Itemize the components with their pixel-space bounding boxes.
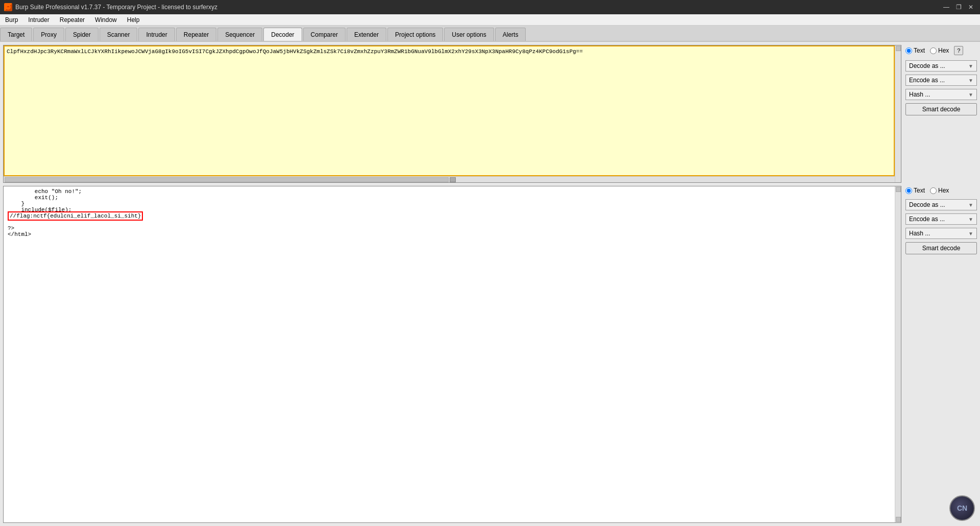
bottom-text-panel: echo "Oh no!"; exit(); } include($file);…: [3, 186, 901, 523]
top-scrollbar-v[interactable]: [895, 45, 901, 182]
bottom-hash-arrow: ▼: [968, 231, 973, 236]
top-encoded-textarea[interactable]: ClpfHxzdHJpc3RyKCRmaWxlLCJkYXRhIikpewoJC…: [4, 45, 895, 176]
main-content: ClpfHxzdHJpc3RyKCRmaWxlLCJkYXRhIikpewoJC…: [0, 42, 980, 526]
tab-intruder[interactable]: Intruder: [138, 28, 175, 41]
title-bar: Burp Suite Professional v1.7.37 - Tempor…: [0, 0, 980, 14]
menu-burp[interactable]: Burp: [0, 14, 23, 25]
tab-target[interactable]: Target: [0, 28, 32, 41]
top-decode-as-arrow: ▼: [968, 63, 973, 69]
top-encode-as-arrow: ▼: [968, 78, 973, 83]
tab-comparer[interactable]: Comparer: [303, 28, 346, 41]
top-hash-label: Hash ...: [909, 91, 930, 98]
top-hash-arrow: ▼: [968, 92, 973, 98]
bottom-encode-as-arrow: ▼: [968, 217, 973, 222]
top-decode-as-label: Decode as ...: [909, 62, 945, 69]
top-radio-text[interactable]: Text: [905, 47, 925, 54]
menu-repeater[interactable]: Repeater: [55, 14, 90, 25]
tab-spider[interactable]: Spider: [65, 28, 99, 41]
avatar[interactable]: CN: [949, 495, 975, 521]
top-help-button[interactable]: ?: [954, 46, 963, 55]
bottom-radio-text[interactable]: Text: [905, 187, 925, 194]
tab-repeater[interactable]: Repeater: [176, 28, 216, 41]
menu-intruder[interactable]: Intruder: [23, 14, 54, 25]
top-decode-panel: ClpfHxzdHJpc3RyKCRmaWxlLCJkYXRhIikpewoJC…: [3, 45, 977, 183]
bottom-controls-panel: Text Hex Decode as ... ▼ Encode as ... ▼…: [905, 186, 977, 523]
menu-window[interactable]: Window: [90, 14, 122, 25]
avatar-text: CN: [957, 504, 967, 512]
top-radio-hex[interactable]: Hex: [930, 47, 949, 54]
bottom-radio-group: Text Hex: [905, 187, 977, 194]
top-radio-group: Text Hex ?: [905, 46, 977, 55]
menu-help[interactable]: Help: [122, 14, 145, 25]
menu-bar: Burp Intruder Repeater Window Help: [0, 14, 980, 26]
bottom-decode-as-button[interactable]: Decode as ... ▼: [905, 199, 977, 210]
burp-icon: [4, 3, 12, 11]
top-controls-panel: Text Hex ? Decode as ... ▼ Encode as ...…: [905, 45, 977, 183]
top-scrollbar-h[interactable]: [4, 176, 895, 182]
top-smart-decode-button[interactable]: Smart decode: [905, 103, 977, 115]
top-text-panel: ClpfHxzdHJpc3RyKCRmaWxlLCJkYXRhIikpewoJC…: [3, 45, 901, 183]
bottom-code-textarea[interactable]: echo "Oh no!"; exit(); } include($file);…: [4, 186, 895, 522]
bottom-hash-label: Hash ...: [909, 230, 930, 237]
bottom-decode-panel: echo "Oh no!"; exit(); } include($file);…: [3, 186, 977, 523]
bottom-radio-hex[interactable]: Hex: [930, 187, 949, 194]
title-bar-left: Burp Suite Professional v1.7.37 - Tempor…: [4, 3, 217, 11]
top-encode-as-label: Encode as ...: [909, 77, 945, 84]
top-decode-as-button[interactable]: Decode as ... ▼: [905, 60, 977, 71]
tab-extender[interactable]: Extender: [347, 28, 386, 41]
tab-proxy[interactable]: Proxy: [33, 28, 64, 41]
tab-sequencer[interactable]: Sequencer: [217, 28, 262, 41]
bottom-decode-as-arrow: ▼: [968, 202, 973, 208]
bottom-hash-button[interactable]: Hash ... ▼: [905, 228, 977, 239]
bottom-encode-as-button[interactable]: Encode as ... ▼: [905, 213, 977, 225]
tab-alerts[interactable]: Alerts: [495, 28, 526, 41]
bottom-smart-decode-button[interactable]: Smart decode: [905, 242, 977, 254]
tab-decoder[interactable]: Decoder: [263, 28, 302, 41]
top-hash-button[interactable]: Hash ... ▼: [905, 89, 977, 100]
close-button[interactable]: ✕: [966, 3, 976, 12]
tab-scanner[interactable]: Scanner: [100, 28, 138, 41]
top-radio-text-input[interactable]: [905, 47, 912, 54]
minimize-button[interactable]: —: [941, 3, 951, 12]
top-encode-as-button[interactable]: Encode as ... ▼: [905, 75, 977, 86]
bottom-encode-as-label: Encode as ...: [909, 216, 945, 223]
window-controls: — ❐ ✕: [941, 3, 976, 12]
window-title: Burp Suite Professional v1.7.37 - Tempor…: [15, 4, 217, 11]
bottom-radio-text-input[interactable]: [905, 187, 912, 194]
bottom-decode-as-label: Decode as ...: [909, 201, 945, 208]
restore-button[interactable]: ❐: [953, 3, 964, 12]
bottom-radio-hex-input[interactable]: [930, 187, 937, 194]
top-radio-hex-input[interactable]: [930, 47, 937, 54]
tab-user-options[interactable]: User options: [444, 28, 494, 41]
bottom-scrollbar-v[interactable]: [895, 186, 901, 522]
tabs-bar: Target Proxy Spider Scanner Intruder Rep…: [0, 26, 980, 42]
avatar-area: CN: [949, 495, 975, 521]
flag-line: //flag:nctf{edulcni_elif_lacol_si_siht}: [8, 211, 143, 221]
tab-project-options[interactable]: Project options: [387, 28, 443, 41]
